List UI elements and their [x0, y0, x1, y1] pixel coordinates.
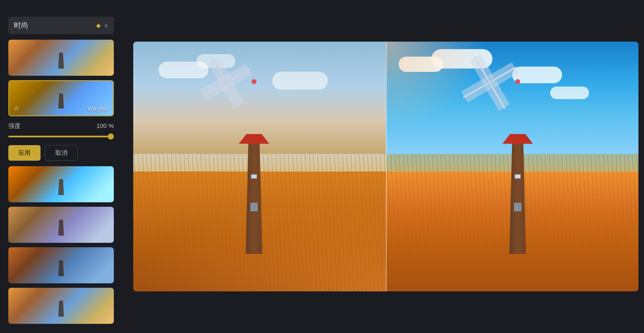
filter-thumbnail-2[interactable]: ☆ Warped	[8, 80, 114, 116]
main-canvas	[122, 0, 644, 333]
window-right-1	[515, 174, 521, 179]
filter-thumbnail-4[interactable]	[8, 207, 114, 243]
left-panel: 时尚 ◆ ∧ ☆ Warped 强度 100 % 应用 取消	[0, 0, 122, 333]
filter-label: Warped	[87, 105, 109, 112]
thumb-image-1	[8, 40, 114, 76]
blades-container-right	[487, 79, 548, 140]
mill-body-left	[240, 140, 268, 254]
canvas-divider	[386, 42, 387, 291]
intensity-label: 强度	[8, 122, 21, 130]
section-header: 时尚 ◆ ∧	[8, 17, 114, 34]
canvas-left	[133, 42, 386, 291]
section-title: 时尚	[14, 21, 28, 30]
button-row: 应用 取消	[8, 145, 114, 161]
slider-track	[8, 136, 114, 137]
cloud-right-4	[550, 87, 589, 99]
chevron-up-icon: ∧	[104, 22, 108, 29]
blade-right-2	[489, 82, 505, 109]
window-left-1	[251, 174, 257, 179]
intensity-slider[interactable]	[8, 134, 114, 139]
intensity-row: 强度 100 %	[8, 122, 114, 130]
door-right	[514, 203, 521, 211]
windmill-left	[226, 79, 282, 254]
filter-thumbnail-1[interactable]	[8, 40, 114, 76]
diamond-icon: ◆	[96, 22, 101, 29]
canvas-container	[133, 42, 638, 291]
cancel-button[interactable]: 取消	[45, 145, 78, 161]
slider-thumb[interactable]	[108, 133, 114, 140]
door-left	[250, 203, 258, 211]
filter-thumbnail-5[interactable]	[8, 247, 114, 283]
thumb-image-4	[8, 207, 114, 243]
blades-container-left	[223, 79, 285, 140]
intensity-value: 100 %	[97, 122, 114, 130]
mill-body-right	[504, 140, 532, 254]
filter-thumbnail-3[interactable]	[8, 166, 114, 202]
blade-left-3	[202, 82, 227, 97]
canvas-right	[386, 42, 638, 291]
thumb-image-5	[8, 247, 114, 283]
windmill-right	[490, 79, 545, 254]
filter-thumbnail-6[interactable]	[8, 288, 114, 324]
blade-right-1	[489, 66, 517, 83]
mill-hub-left	[251, 79, 256, 84]
filter-star-icon: ☆	[14, 105, 19, 112]
thumb-image-6	[8, 288, 114, 324]
apply-button[interactable]: 应用	[8, 145, 41, 161]
mill-hub-right	[515, 79, 520, 84]
section-icons: ◆ ∧	[96, 22, 108, 29]
blade-left-2	[225, 82, 240, 107]
thumb-image-3	[8, 166, 114, 202]
